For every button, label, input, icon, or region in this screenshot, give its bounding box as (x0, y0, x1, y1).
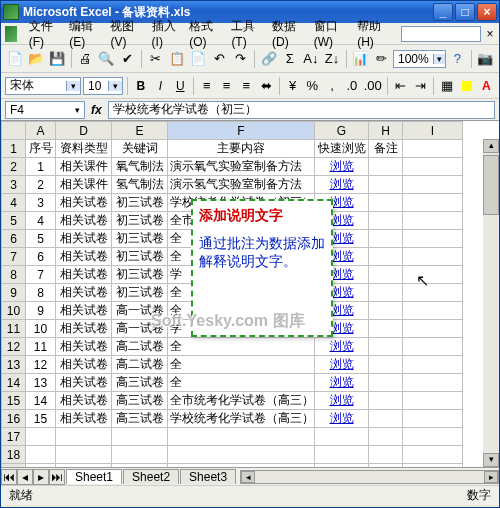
dec-inc-icon[interactable]: .0 (343, 76, 361, 96)
col-header[interactable]: A (26, 122, 56, 140)
cell[interactable]: 初三试卷 (112, 266, 168, 284)
align-left-icon[interactable]: ≡ (198, 76, 216, 96)
cell[interactable] (369, 158, 403, 176)
scroll-down-icon[interactable]: ▾ (483, 453, 499, 467)
tab-next-icon[interactable]: ▸ (33, 469, 49, 485)
cell[interactable]: 相关试卷 (56, 410, 112, 428)
cell[interactable] (403, 320, 463, 338)
horizontal-scrollbar[interactable]: ◂ ▸ (240, 470, 499, 484)
spell-icon[interactable]: ✔ (118, 49, 137, 69)
cell[interactable]: 相关试卷 (56, 212, 112, 230)
cell[interactable]: 9 (26, 302, 56, 320)
formula-input[interactable]: 学校统考化学试卷（初三） (108, 101, 495, 119)
vertical-scrollbar[interactable]: ▴ ▾ (483, 139, 499, 467)
tab-prev-icon[interactable]: ◂ (17, 469, 33, 485)
menu-format[interactable]: 格式(O) (183, 16, 225, 51)
cell[interactable] (369, 230, 403, 248)
zoom-combo[interactable]: 100%▾ (393, 50, 446, 68)
dec-dec-icon[interactable]: .00 (363, 76, 383, 96)
cell[interactable]: 高二试卷 (112, 338, 168, 356)
browse-link[interactable]: 浏览 (315, 392, 369, 410)
row-header[interactable]: 6 (2, 230, 26, 248)
cell[interactable]: 氧气制法 (112, 158, 168, 176)
cell[interactable] (369, 374, 403, 392)
size-combo[interactable]: 10▾ (83, 77, 123, 95)
col-header[interactable]: I (403, 122, 463, 140)
open-icon[interactable]: 📂 (26, 49, 45, 69)
col-header[interactable]: E (112, 122, 168, 140)
link-icon[interactable]: 🔗 (259, 49, 278, 69)
save-icon[interactable]: 💾 (47, 49, 66, 69)
redo-icon[interactable]: ↷ (231, 49, 250, 69)
maximize-button[interactable]: □ (455, 3, 475, 21)
cell[interactable] (403, 140, 463, 158)
row-header[interactable]: 11 (2, 320, 26, 338)
italic-icon[interactable]: I (152, 76, 170, 96)
sheet-tab-1[interactable]: Sheet1 (66, 469, 122, 484)
menu-tools[interactable]: 工具(T) (225, 16, 266, 51)
cell[interactable]: 初三试卷 (112, 248, 168, 266)
scroll-left-icon[interactable]: ◂ (241, 471, 255, 483)
cell[interactable] (369, 248, 403, 266)
cell[interactable]: 快速浏览 (315, 140, 369, 158)
browse-link[interactable]: 浏览 (315, 356, 369, 374)
bold-icon[interactable]: B (132, 76, 150, 96)
menu-view[interactable]: 视图(V) (104, 16, 145, 51)
cell[interactable]: 序号 (26, 140, 56, 158)
menu-data[interactable]: 数据(D) (266, 16, 308, 51)
cell[interactable]: 5 (26, 230, 56, 248)
cell[interactable] (403, 302, 463, 320)
row-header[interactable]: 2 (2, 158, 26, 176)
chart-icon[interactable]: 📊 (351, 49, 370, 69)
browse-link[interactable]: 浏览 (315, 176, 369, 194)
currency-icon[interactable]: ¥ (284, 76, 302, 96)
cell[interactable]: 相关试卷 (56, 302, 112, 320)
col-header[interactable]: G (315, 122, 369, 140)
cell[interactable]: 3 (26, 194, 56, 212)
sheet-tab-2[interactable]: Sheet2 (123, 469, 179, 484)
tab-last-icon[interactable]: ⏭ (49, 469, 65, 485)
cell[interactable] (369, 176, 403, 194)
font-color-icon[interactable]: A (477, 76, 495, 96)
col-header[interactable]: F (168, 122, 315, 140)
cell[interactable] (403, 158, 463, 176)
cell[interactable]: 相关试卷 (56, 320, 112, 338)
cell[interactable]: 相关试卷 (56, 338, 112, 356)
row-header[interactable]: 1 (2, 140, 26, 158)
cell[interactable]: 高三试卷 (112, 392, 168, 410)
cell[interactable]: 演示氢气实验室制备方法 (168, 176, 315, 194)
cell[interactable] (369, 266, 403, 284)
cell[interactable] (369, 194, 403, 212)
cell[interactable] (403, 338, 463, 356)
cell[interactable] (403, 374, 463, 392)
app-icon[interactable] (5, 26, 17, 42)
cell[interactable]: 1 (26, 158, 56, 176)
help-icon[interactable]: ? (448, 49, 467, 69)
cell[interactable] (369, 284, 403, 302)
cell[interactable]: 相关试卷 (56, 374, 112, 392)
cell[interactable] (403, 356, 463, 374)
row-header[interactable]: 8 (2, 266, 26, 284)
cell[interactable]: 初三试卷 (112, 194, 168, 212)
doc-close-button[interactable]: × (485, 27, 495, 41)
comma-icon[interactable]: , (323, 76, 341, 96)
cell[interactable]: 全 (168, 374, 315, 392)
help-search-input[interactable] (401, 26, 481, 42)
browse-link[interactable]: 浏览 (315, 338, 369, 356)
cell[interactable]: 资料类型 (56, 140, 112, 158)
sum-icon[interactable]: Σ (280, 49, 299, 69)
sheet-tab-3[interactable]: Sheet3 (180, 469, 236, 484)
row-header[interactable]: 3 (2, 176, 26, 194)
copy-icon[interactable]: 📋 (167, 49, 186, 69)
row-header[interactable]: 17 (2, 428, 26, 446)
cell[interactable] (369, 212, 403, 230)
minimize-button[interactable]: _ (433, 3, 453, 21)
cell[interactable]: 学校统考化学试卷（高三） (168, 410, 315, 428)
row-header[interactable]: 7 (2, 248, 26, 266)
fill-color-icon[interactable] (458, 76, 476, 96)
cell[interactable] (369, 302, 403, 320)
cell[interactable]: 4 (26, 212, 56, 230)
browse-link[interactable]: 浏览 (315, 374, 369, 392)
row-header[interactable]: 13 (2, 356, 26, 374)
row-header[interactable]: 10 (2, 302, 26, 320)
